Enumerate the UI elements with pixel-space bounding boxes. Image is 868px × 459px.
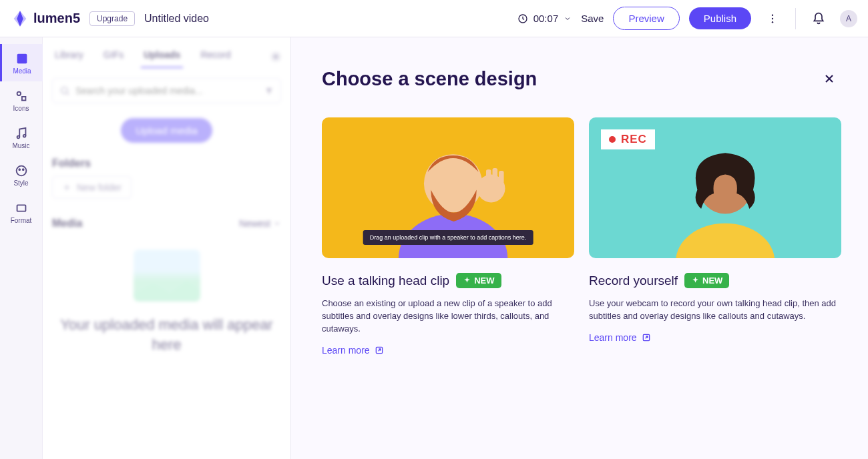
notifications-button[interactable] (807, 7, 831, 31)
svg-point-7 (17, 135, 19, 138)
card-description: Use your webcam to record your own talki… (589, 298, 841, 323)
upgrade-button[interactable]: Upgrade (89, 11, 135, 26)
panel-overlay (43, 37, 290, 459)
svg-point-9 (16, 165, 26, 175)
scene-card-talking-head[interactable]: Drag an uploaded clip with a speaker to … (322, 117, 574, 356)
left-sidebar: Media Icons Music Style Format (0, 37, 43, 459)
person-illustration (662, 131, 789, 258)
svg-point-2 (772, 17, 773, 19)
external-link-icon (641, 332, 652, 343)
format-icon (14, 201, 29, 215)
svg-point-11 (22, 169, 23, 170)
svg-point-22 (676, 223, 775, 258)
media-panel: Library GIFs Uploads Record Upload media… (43, 37, 291, 459)
sidebar-item-label: Format (11, 217, 32, 224)
sparkle-icon (691, 276, 700, 285)
scene-card-record-yourself[interactable]: REC Record yourself NEW Use your webcam … (589, 117, 841, 356)
svg-point-5 (17, 91, 20, 95)
palette-icon (14, 163, 29, 178)
media-icon (15, 51, 29, 66)
close-button[interactable] (823, 67, 847, 91)
card-thumbnail: REC (589, 117, 841, 258)
scene-design-modal: Choose a scene design Drag an uploaded c… (291, 57, 868, 459)
sidebar-item-label: Icons (13, 105, 29, 112)
learn-more-link[interactable]: Learn more (322, 345, 385, 356)
divider (795, 8, 796, 29)
sidebar-item-label: Media (13, 67, 31, 75)
card-title: Record yourself (589, 274, 678, 288)
badge-text: NEW (474, 276, 494, 286)
publish-button[interactable]: Publish (689, 7, 751, 29)
badge-text: NEW (702, 276, 722, 286)
close-icon (823, 72, 836, 85)
external-link-icon (374, 345, 385, 356)
learn-more-link[interactable]: Learn more (589, 332, 652, 343)
svg-rect-18 (486, 169, 491, 182)
sidebar-item-media[interactable]: Media (0, 44, 43, 81)
dots-vertical-icon (767, 13, 779, 25)
sidebar-item-style[interactable]: Style (0, 156, 43, 193)
preview-button[interactable]: Preview (613, 7, 679, 30)
sidebar-item-label: Music (12, 142, 29, 149)
card-thumbnail: Drag an uploaded clip with a speaker to … (322, 117, 574, 258)
rec-text: REC (621, 133, 647, 146)
learn-more-text: Learn more (322, 345, 370, 356)
sparkle-icon (463, 276, 471, 285)
rec-badge: REC (601, 129, 655, 149)
svg-rect-12 (17, 205, 25, 211)
svg-rect-20 (499, 171, 504, 183)
logo[interactable]: lumen5 (11, 9, 80, 28)
shapes-icon (14, 89, 29, 103)
modal-title: Choose a scene design (322, 68, 537, 90)
duration-display[interactable]: 00:07 (517, 13, 572, 24)
sidebar-item-label: Style (13, 179, 28, 187)
learn-more-text: Learn more (589, 332, 637, 343)
chevron-down-icon (564, 15, 572, 23)
svg-point-1 (772, 14, 773, 15)
new-badge: NEW (684, 273, 729, 288)
project-title[interactable]: Untitled video (144, 13, 209, 25)
card-description: Choose an existing or upload a new clip … (322, 298, 574, 336)
avatar[interactable]: A (840, 10, 857, 27)
new-badge: NEW (456, 273, 501, 288)
record-dot-icon (609, 136, 616, 143)
sidebar-item-music[interactable]: Music (0, 119, 43, 156)
duration-text: 00:07 (533, 13, 559, 24)
svg-point-3 (772, 21, 773, 23)
clock-icon (517, 13, 528, 24)
logo-text: lumen5 (33, 11, 80, 26)
music-icon (14, 126, 29, 141)
svg-point-10 (19, 169, 20, 170)
sidebar-item-format[interactable]: Format (0, 193, 43, 231)
caption-overlay: Drag an uploaded clip with a speaker to … (363, 230, 533, 245)
svg-rect-4 (17, 53, 27, 63)
save-button[interactable]: Save (581, 13, 604, 24)
canvas-area: Choose a scene design Drag an uploaded c… (291, 37, 868, 459)
svg-point-8 (23, 134, 25, 137)
svg-rect-19 (493, 168, 498, 182)
svg-rect-6 (21, 96, 25, 100)
bell-icon (812, 12, 825, 25)
sidebar-item-icons[interactable]: Icons (0, 81, 43, 119)
more-menu-button[interactable] (761, 7, 785, 31)
card-title: Use a talking head clip (322, 274, 449, 288)
logo-icon (11, 9, 29, 28)
